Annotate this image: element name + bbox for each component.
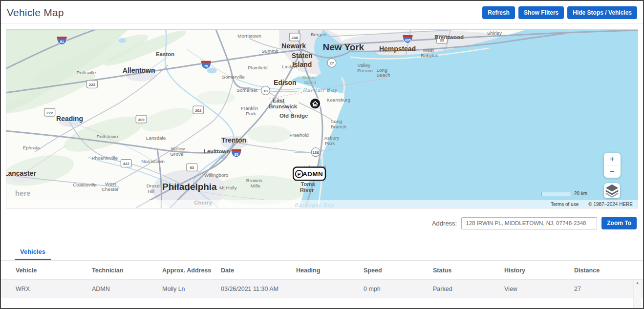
route-shield-138: 138 bbox=[311, 148, 320, 157]
map-label-linden: Linden bbox=[282, 64, 297, 69]
svg-text:P: P bbox=[298, 171, 301, 177]
map-label-brunswick: Brunswick bbox=[269, 103, 298, 109]
map-label-newark: Newark bbox=[281, 42, 306, 50]
map-svg: 81789549524833222222202309422631827138 P… bbox=[6, 30, 638, 208]
map-label-reading: Reading bbox=[56, 115, 83, 123]
col-distance: Distance bbox=[574, 267, 643, 274]
map-label-mt-holly: Mt Holly bbox=[219, 185, 237, 190]
col-vehicle: Vehicle bbox=[16, 267, 92, 274]
map-label-easton: Easton bbox=[156, 51, 174, 57]
cell-date: 03/26/2021 11:30 AM bbox=[221, 286, 296, 292]
map-label-trenton: Trenton bbox=[221, 136, 246, 144]
copyright-text: © 1987–2024 HERE bbox=[588, 202, 633, 207]
zoom-to-button[interactable]: Zoom To bbox=[601, 217, 637, 229]
route-shield-63: 63 bbox=[187, 164, 197, 171]
history-view-link[interactable]: View bbox=[504, 286, 574, 292]
map-label-beach: Beach bbox=[377, 72, 390, 78]
scale-label: 20 km bbox=[574, 191, 587, 196]
vehicle-marker-admn[interactable]: PADMN bbox=[293, 167, 325, 180]
scroll-up-icon[interactable]: ▲ bbox=[636, 281, 640, 309]
map-label-pottstown: Pottstown bbox=[97, 134, 118, 139]
svg-text:309: 309 bbox=[138, 118, 145, 122]
map-attribution: Terms of use © 1987–2024 HERE bbox=[6, 200, 638, 208]
route-shield-18: 18 bbox=[261, 86, 270, 95]
col-date: Date bbox=[221, 267, 296, 274]
map-label-phoenixville: Phoenixville bbox=[92, 155, 118, 161]
map-label-coatesville: Coatesville bbox=[73, 182, 97, 187]
map-label-mills: Mills bbox=[250, 183, 260, 188]
layers-button[interactable] bbox=[604, 183, 620, 198]
map-label-old-bridge: Old Bridge bbox=[279, 113, 308, 119]
zoom-in-button[interactable]: + bbox=[604, 153, 621, 165]
map-label-chester: Chester bbox=[102, 186, 119, 192]
map-label-plainfield: Plainfield bbox=[248, 65, 267, 70]
map-label-summit: Summit bbox=[261, 48, 278, 54]
map-label-here: here bbox=[15, 189, 31, 197]
map-label-toms: Toms bbox=[301, 181, 315, 187]
map-label-east: East bbox=[273, 98, 284, 103]
map-label-willow: Willow bbox=[171, 146, 186, 151]
map-label-norristown: Norristown bbox=[141, 159, 165, 164]
map-label-new-york: New York bbox=[323, 42, 365, 52]
map-label-hill: Hill bbox=[148, 188, 154, 194]
map-label-island: Island bbox=[303, 80, 316, 85]
map-label-willingboro: Willingboro bbox=[204, 172, 229, 178]
show-filters-button[interactable]: Show Filters bbox=[518, 6, 564, 19]
map-label-keansburg: Keansburg bbox=[327, 97, 350, 103]
table-header: Vehicle Technician Approx. Address Date … bbox=[1, 261, 643, 279]
table-scrollbar[interactable]: ▲ bbox=[633, 280, 641, 309]
col-history: History bbox=[504, 267, 574, 274]
table-row[interactable]: WRX ADMN Molly Ln 03/26/2021 11:30 AM 0 … bbox=[1, 280, 643, 298]
header-actions: Refresh Show Filters Hide Stops / Vehicl… bbox=[482, 6, 637, 19]
cell-speed: 0 mph bbox=[364, 286, 433, 292]
terms-of-use-link[interactable]: Terms of use bbox=[551, 202, 579, 207]
map-label-drexel: Drexel bbox=[147, 183, 161, 188]
map-zoom-control: + − bbox=[604, 153, 621, 178]
svg-text:18: 18 bbox=[263, 89, 268, 93]
svg-text:27: 27 bbox=[330, 61, 334, 65]
tab-vehicles[interactable]: Vehicles bbox=[15, 244, 51, 260]
address-input[interactable] bbox=[461, 217, 597, 229]
zoom-out-button[interactable]: − bbox=[604, 165, 621, 178]
address-row: Address: Zoom To bbox=[1, 217, 637, 229]
scale-bar bbox=[541, 192, 571, 196]
map-label-staten: Staten bbox=[292, 52, 313, 60]
map-canvas[interactable]: 81789549524833222222202309422631827138 P… bbox=[6, 29, 638, 208]
col-heading: Heading bbox=[296, 267, 364, 274]
svg-text:222: 222 bbox=[46, 111, 53, 115]
svg-text:222: 222 bbox=[89, 82, 96, 87]
col-approx-address: Approx. Address bbox=[162, 267, 221, 274]
svg-text:63: 63 bbox=[190, 165, 194, 170]
map-label-west: West bbox=[105, 181, 116, 186]
route-shield-222: 222 bbox=[44, 108, 55, 116]
svg-text:81: 81 bbox=[60, 40, 64, 44]
route-shield-202: 202 bbox=[193, 106, 204, 114]
home-marker[interactable] bbox=[310, 98, 321, 109]
map-label-grove: Grove bbox=[170, 151, 184, 157]
map-label-levittown: Levittown bbox=[204, 148, 230, 154]
cell-technician: ADMN bbox=[92, 286, 162, 292]
map-label-brentwood: Brentwood bbox=[434, 34, 464, 40]
cell-status: Parked bbox=[433, 286, 504, 292]
svg-text:202: 202 bbox=[195, 108, 202, 113]
route-shield-422: 422 bbox=[121, 160, 131, 167]
col-status: Status bbox=[433, 267, 504, 274]
map-label-river: River bbox=[300, 187, 314, 193]
map-label-long: Long bbox=[331, 119, 342, 124]
route-shield-222: 222 bbox=[86, 80, 97, 88]
map-label-morristown: Morristown bbox=[237, 33, 261, 39]
vehicle-map-window: Vehicle Map Refresh Show Filters Hide St… bbox=[0, 0, 644, 309]
route-shield-248: 248 bbox=[289, 33, 300, 41]
page-title: Vehicle Map bbox=[7, 7, 64, 19]
map-label-somerset: Somerset bbox=[236, 87, 258, 93]
map-label-raritan-bay: Raritan Bay bbox=[303, 87, 338, 93]
map-label-asbury: Asbury bbox=[324, 135, 339, 141]
map-label-lansdale: Lansdale bbox=[146, 135, 166, 141]
refresh-button[interactable]: Refresh bbox=[482, 6, 515, 19]
map-label-lancaster: Lancaster bbox=[6, 169, 36, 177]
hide-stops-vehicles-button[interactable]: Hide Stops / Vehicles bbox=[567, 6, 637, 19]
map-label-bergen: Bergen bbox=[311, 32, 326, 37]
cell-vehicle: WRX bbox=[16, 286, 92, 292]
svg-text:495: 495 bbox=[405, 38, 410, 42]
svg-text:78: 78 bbox=[204, 64, 208, 68]
